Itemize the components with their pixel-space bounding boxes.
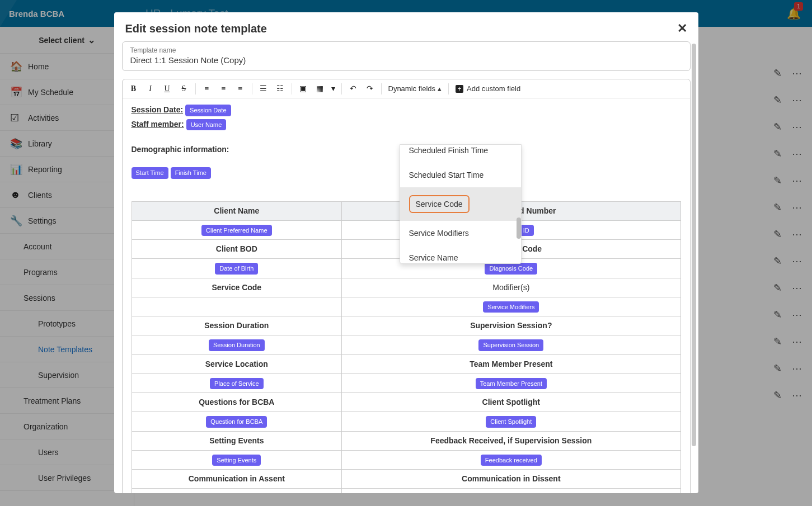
italic-button[interactable]: I <box>143 82 158 96</box>
table-cell: Supervision Session <box>342 335 680 355</box>
dd-scrollbar[interactable] <box>517 217 521 239</box>
session-date-line: Session Date:Session Date <box>132 104 681 116</box>
table-cell: Client BOD <box>132 240 342 259</box>
table-cell: Client Spotlight <box>342 412 680 432</box>
template-name-value: Direct 1:1 Session Note (Copy) <box>130 55 682 65</box>
separator <box>381 83 382 94</box>
table-row: Session DurationSupervision Session <box>132 335 680 355</box>
add-custom-field-button[interactable]: + Add custom field <box>452 84 524 93</box>
table-cell: Questions for BCBA <box>132 393 342 412</box>
separator <box>292 83 292 94</box>
close-icon[interactable]: ✕ <box>677 21 687 36</box>
chip-dynamic-field[interactable]: Client Spotlight <box>486 416 536 428</box>
add-custom-label: Add custom field <box>467 84 520 93</box>
chip-dynamic-field[interactable]: Team Member Present <box>476 378 547 390</box>
table-cell: Date of Birth <box>132 259 342 278</box>
table-dropdown-icon[interactable]: ▾ <box>329 82 338 96</box>
table-cell: Team Member Present <box>342 354 680 373</box>
table-cell: Feedback Received, if Supervision Sessio… <box>342 431 680 450</box>
table-row: AssentDessent <box>132 489 680 493</box>
chip-user-name[interactable]: User Name <box>186 119 227 131</box>
table-cell: Communication in Dissent <box>342 470 680 489</box>
chip-dynamic-field[interactable]: Setting Events <box>212 455 261 466</box>
separator <box>195 83 196 94</box>
table-cell: Modifier(s) <box>342 278 680 297</box>
plus-icon: + <box>456 85 463 93</box>
template-name-field[interactable]: Template name Direct 1:1 Session Note (C… <box>122 41 691 71</box>
align-right-button[interactable]: ≡ <box>233 82 248 96</box>
table-button[interactable]: ▦ <box>312 82 328 96</box>
table-cell: Client Preferred Name <box>132 220 342 240</box>
table-cell: Assent <box>132 489 342 493</box>
table-row: Service CodeModifier(s) <box>132 278 680 297</box>
strike-button[interactable]: S <box>176 82 192 96</box>
table-cell: Service Modifiers <box>342 297 680 316</box>
chip-dynamic-field[interactable]: Service Modifiers <box>483 301 539 313</box>
editor-toolbar: B I U S ≡ ≡ ≡ ☰ ☷ ▣ ▦ ▾ ↶ <box>123 79 690 98</box>
image-button[interactable]: ▣ <box>295 82 311 96</box>
rich-editor: B I U S ≡ ≡ ≡ ☰ ☷ ▣ ▦ ▾ ↶ <box>122 79 691 493</box>
chevron-up-icon: ▴ <box>438 84 442 93</box>
table-row: Question for BCBAClient Spotlight <box>132 412 680 432</box>
chip-start-time[interactable]: Start Time <box>132 167 168 179</box>
table-cell: Session Duration <box>132 335 342 355</box>
chip-dynamic-field[interactable]: Date of Birth <box>215 263 258 275</box>
modal-body: Template name Direct 1:1 Session Note (C… <box>114 41 698 493</box>
table-row: Questions for BCBAClient Spotlight <box>132 393 680 412</box>
table-cell: Communication in Assent <box>132 470 342 489</box>
template-name-label: Template name <box>130 46 682 54</box>
table-cell: Service Code <box>132 278 342 297</box>
dd-item-sched-start[interactable]: Scheduled Start Time <box>400 163 521 187</box>
dd-item-label: Service Code <box>409 195 470 213</box>
dd-item-service-name[interactable]: Service Name <box>400 245 521 263</box>
table-cell: Supervision Session? <box>342 316 680 335</box>
modal-title: Edit session note template <box>125 22 267 35</box>
table-cell: Setting Events <box>132 450 342 470</box>
table-row: Place of ServiceTeam Member Present <box>132 373 680 393</box>
table-cell: Place of Service <box>132 373 342 393</box>
table-cell: Client Name <box>132 201 342 220</box>
session-date-label: Session Date: <box>132 105 184 114</box>
chip-dynamic-field[interactable]: Feedback received <box>481 455 542 466</box>
chip-dynamic-field[interactable]: Client Preferred Name <box>201 225 271 237</box>
edit-template-modal: Edit session note template ✕ Template na… <box>114 12 698 493</box>
undo-button[interactable]: ↶ <box>345 82 361 96</box>
separator <box>341 83 342 94</box>
dd-item-sched-finish[interactable]: Scheduled Finish Time <box>400 145 521 163</box>
chip-session-date[interactable]: Session Date <box>185 105 231 116</box>
chip-dynamic-field[interactable]: Question for BCBA <box>206 416 267 428</box>
dd-item-service-code[interactable]: Service Code <box>400 187 521 221</box>
align-center-button[interactable]: ≡ <box>216 82 232 96</box>
table-cell: Session Duration <box>132 316 342 335</box>
number-list-button[interactable]: ☷ <box>273 82 288 96</box>
separator <box>448 83 449 94</box>
underline-button[interactable]: U <box>159 82 175 96</box>
chip-finish-time[interactable]: Finish Time <box>171 167 211 179</box>
table-cell: Team Member Present <box>342 373 680 393</box>
chip-dynamic-field[interactable]: Supervision Session <box>478 339 543 351</box>
table-row: Communication in AssentCommunication in … <box>132 470 680 489</box>
dynamic-fields-menu: Scheduled Finish Time Scheduled Start Ti… <box>400 144 522 264</box>
table-cell: Feedback received <box>342 450 680 470</box>
table-cell: Question for BCBA <box>132 412 342 432</box>
chip-dynamic-field[interactable]: Place of Service <box>210 378 263 390</box>
chip-dynamic-field[interactable]: Diagnosis Code <box>485 263 537 275</box>
bold-button[interactable]: B <box>126 82 142 96</box>
table-cell <box>132 297 342 316</box>
table-row: Session DurationSupervision Session? <box>132 316 680 335</box>
bullet-list-button[interactable]: ☰ <box>256 82 271 96</box>
dynamic-fields-dropdown[interactable]: Dynamic fields ▴ <box>385 84 445 93</box>
table-row: Service Modifiers <box>132 297 680 316</box>
align-left-button[interactable]: ≡ <box>199 82 215 96</box>
redo-button[interactable]: ↷ <box>362 82 378 96</box>
modal-header: Edit session note template ✕ <box>114 12 698 41</box>
dd-item-service-modifiers[interactable]: Service Modifiers <box>400 221 521 245</box>
chip-dynamic-field[interactable]: Session Duration <box>209 339 265 351</box>
modal-overlay: Edit session note template ✕ Template na… <box>0 0 812 506</box>
table-cell: Dessent <box>342 489 680 493</box>
table-row: Setting EventsFeedback Received, if Supe… <box>132 431 680 450</box>
table-row: Setting EventsFeedback received <box>132 450 680 470</box>
table-cell: Service Location <box>132 354 342 373</box>
table-cell: Setting Events <box>132 431 342 450</box>
separator <box>252 83 252 94</box>
